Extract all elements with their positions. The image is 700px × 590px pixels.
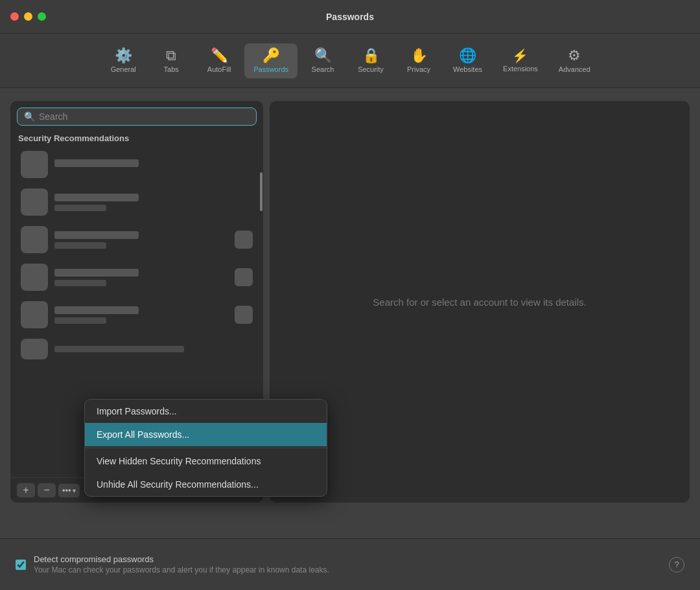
search-nav-icon: 🔍 <box>314 49 332 63</box>
minimize-button[interactable] <box>24 12 32 21</box>
password-name-block <box>54 269 139 277</box>
section-header: Security Recommendations <box>10 130 263 146</box>
context-menu-item-view-hidden[interactable]: View Hidden Security Recommendations <box>85 449 327 473</box>
context-menu-item-export[interactable]: Export All Passwords... <box>85 423 327 446</box>
password-name-block <box>54 159 139 167</box>
extensions-icon: ⚡ <box>512 49 528 62</box>
password-sub-block <box>54 317 106 324</box>
title-bar: Passwords <box>0 0 700 34</box>
toolbar-item-passwords[interactable]: 🔑 Passwords <box>244 43 298 78</box>
password-sub-block <box>54 346 184 352</box>
scrollbar-thumb[interactable] <box>260 172 262 211</box>
detect-title: Detect compromised passwords <box>34 554 661 564</box>
password-info <box>54 231 228 249</box>
password-name-block <box>54 306 139 314</box>
avatar <box>21 339 48 359</box>
detect-text-block: Detect compromised passwords Your Mac ca… <box>34 554 661 574</box>
password-info <box>54 306 228 324</box>
more-dots-icon: ••• <box>62 486 71 495</box>
toolbar-label-passwords: Passwords <box>253 65 288 73</box>
list-item[interactable] <box>16 146 258 183</box>
toolbar-label-autofill: AutoFill <box>207 65 231 73</box>
toolbar-item-autofill[interactable]: ✏️ AutoFill <box>196 43 242 78</box>
toolbar-item-websites[interactable]: 🌐 Websites <box>444 43 491 78</box>
security-icon: 🔒 <box>362 49 380 63</box>
toolbar-item-advanced[interactable]: ⚙ Advanced <box>550 43 600 78</box>
password-info <box>54 346 253 352</box>
advanced-icon: ⚙ <box>568 49 581 63</box>
password-sub-block <box>54 242 106 249</box>
toolbar-item-tabs[interactable]: ⧉ Tabs <box>148 43 194 78</box>
add-button[interactable]: + <box>17 483 35 497</box>
toolbar-item-security[interactable]: 🔒 Security <box>348 43 393 78</box>
detect-description: Your Mac can check your passwords and al… <box>34 565 661 574</box>
password-badge <box>235 268 253 286</box>
password-info <box>54 269 228 286</box>
window-title: Passwords <box>326 12 374 22</box>
general-icon: ⚙️ <box>115 49 132 63</box>
avatar <box>21 301 48 328</box>
autofill-icon: ✏️ <box>211 49 228 63</box>
privacy-icon: ✋ <box>410 49 428 63</box>
password-name-block <box>54 194 139 201</box>
password-sub-block <box>54 280 106 286</box>
password-info <box>54 159 253 170</box>
detect-checkbox[interactable] <box>16 560 26 570</box>
search-icon: 🔍 <box>24 111 35 122</box>
context-menu-divider <box>85 448 327 448</box>
password-badge <box>235 306 253 324</box>
close-button[interactable] <box>10 12 19 21</box>
empty-state-text: Search for or select an account to view … <box>373 297 586 308</box>
avatar <box>21 188 48 216</box>
toolbar-label-extensions: Extensions <box>503 65 538 73</box>
toolbar-item-general[interactable]: ⚙️ General <box>100 43 146 78</box>
tabs-icon: ⧉ <box>166 49 176 63</box>
right-panel: Search for or select an account to view … <box>270 101 690 503</box>
toolbar: ⚙️ General ⧉ Tabs ✏️ AutoFill 🔑 Password… <box>0 34 700 88</box>
toolbar-label-general: General <box>111 65 136 73</box>
list-item[interactable] <box>16 221 258 258</box>
toolbar-label-advanced: Advanced <box>559 65 590 73</box>
context-menu-item-unhide[interactable]: Unhide All Security Recommendations... <box>85 473 327 496</box>
avatar <box>21 151 48 178</box>
passwords-icon: 🔑 <box>262 49 280 63</box>
context-menu: Import Passwords... Export All Passwords… <box>84 399 327 497</box>
password-badge <box>235 231 253 249</box>
toolbar-label-search: Search <box>312 65 334 73</box>
password-name-block <box>54 231 139 239</box>
maximize-button[interactable] <box>38 12 46 21</box>
toolbar-item-extensions[interactable]: ⚡ Extensions <box>494 44 547 78</box>
traffic-lights <box>0 12 46 21</box>
list-item[interactable] <box>16 258 258 296</box>
avatar <box>21 226 48 253</box>
toolbar-label-websites: Websites <box>453 65 482 73</box>
avatar <box>21 264 48 291</box>
more-button[interactable]: ••• ▾ <box>58 484 80 497</box>
search-input[interactable] <box>39 111 250 122</box>
websites-icon: 🌐 <box>459 49 476 63</box>
context-menu-item-import[interactable]: Import Passwords... <box>85 400 327 423</box>
bottom-strip: Detect compromised passwords Your Mac ca… <box>0 538 700 590</box>
main-content: 🔍 Security Recommendations <box>0 88 700 590</box>
toolbar-label-privacy: Privacy <box>407 65 430 73</box>
password-info <box>54 194 253 211</box>
remove-button[interactable]: − <box>38 483 56 497</box>
help-button[interactable]: ? <box>669 557 684 573</box>
toolbar-item-search[interactable]: 🔍 Search <box>300 43 345 78</box>
toolbar-item-privacy[interactable]: ✋ Privacy <box>396 43 441 78</box>
toolbar-label-tabs: Tabs <box>164 65 179 73</box>
toolbar-label-security: Security <box>358 65 384 73</box>
list-item[interactable] <box>16 183 258 221</box>
chevron-down-icon: ▾ <box>73 487 76 494</box>
search-bar-wrapper: 🔍 <box>10 101 263 130</box>
list-item[interactable] <box>16 296 258 334</box>
password-sub-block <box>54 205 106 211</box>
search-bar[interactable]: 🔍 <box>17 108 257 126</box>
list-item[interactable] <box>16 334 258 365</box>
